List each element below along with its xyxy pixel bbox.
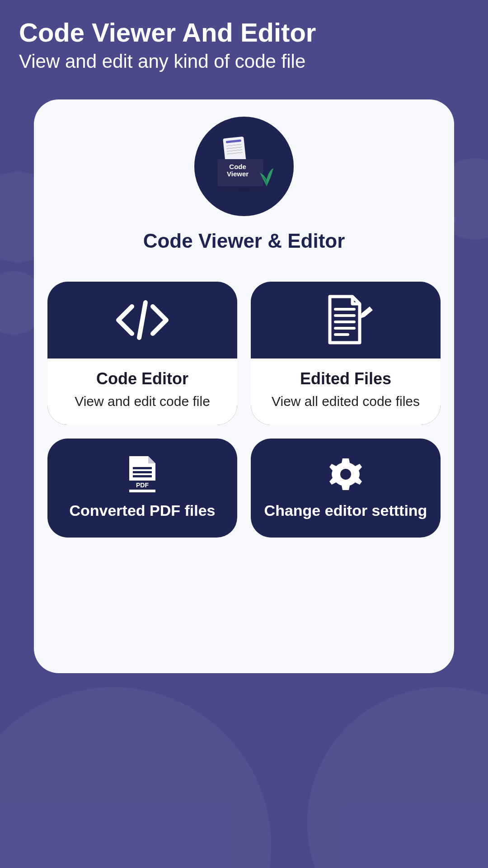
tile-title: Converted PDF files xyxy=(69,501,215,520)
tile-grid: Code Editor View and edit code file Edi xyxy=(47,282,441,538)
tile-desc: View all edited code files xyxy=(260,393,432,410)
tile-title: Code Editor xyxy=(56,369,228,388)
bg-decor xyxy=(307,687,488,868)
tile-title: Change editor settting xyxy=(264,501,427,520)
svg-text:PDF: PDF xyxy=(136,481,149,489)
page-subtitle: View and edit any kind of code file xyxy=(19,51,469,72)
settings-tile[interactable]: Change editor settting xyxy=(251,439,441,538)
edited-files-tile[interactable]: Edited Files View all edited code files xyxy=(251,282,441,425)
bg-decor xyxy=(0,687,271,868)
app-name: Code Viewer & Editor xyxy=(143,230,345,252)
app-logo: CodeViewer xyxy=(194,117,294,216)
svg-rect-7 xyxy=(133,471,152,473)
svg-rect-6 xyxy=(133,467,152,469)
gear-icon xyxy=(328,457,363,492)
logo-badge-text: CodeViewer xyxy=(227,163,249,178)
tile-desc: View and edit code file xyxy=(56,393,228,410)
page-header: Code Viewer And Editor View and edit any… xyxy=(0,0,488,86)
code-editor-tile[interactable]: Code Editor View and edit code file xyxy=(47,282,237,425)
code-icon xyxy=(113,300,172,340)
svg-rect-8 xyxy=(133,475,152,477)
plant-icon xyxy=(258,164,276,186)
converted-pdf-tile[interactable]: PDF Converted PDF files xyxy=(47,439,237,538)
pdf-file-icon: PDF xyxy=(127,455,158,494)
main-card: CodeViewer Code Viewer & Editor Code Edi… xyxy=(34,99,454,673)
svg-point-11 xyxy=(340,469,351,480)
tile-title: Edited Files xyxy=(260,369,432,388)
document-edit-icon xyxy=(316,293,375,347)
svg-line-0 xyxy=(139,302,145,338)
page-title: Code Viewer And Editor xyxy=(19,18,469,47)
